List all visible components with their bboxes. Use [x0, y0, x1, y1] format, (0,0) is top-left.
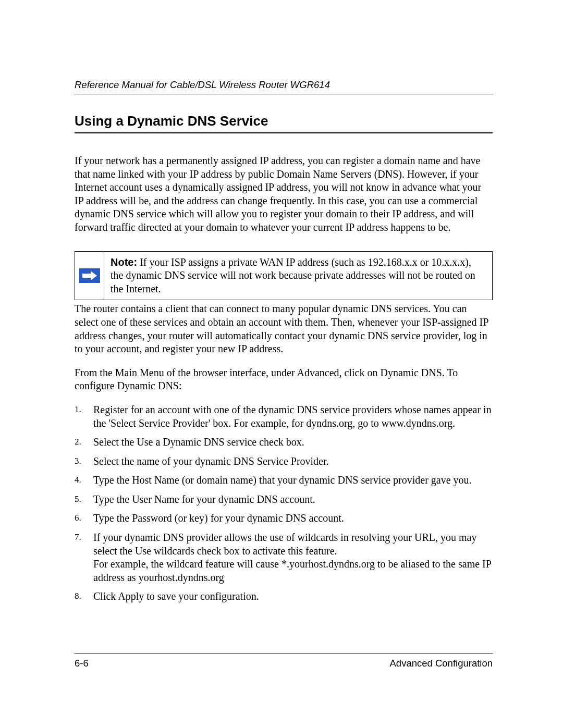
document-page: Reference Manual for Cable/DSL Wireless …	[0, 0, 563, 603]
paragraph-2: The router contains a client that can co…	[75, 302, 493, 355]
section-heading: Using a Dynamic DNS Service	[75, 113, 493, 133]
note-callout: Note: If your ISP assigns a private WAN …	[75, 251, 493, 301]
list-item: Type the Host Name (or domain name) that…	[75, 474, 493, 487]
list-item: Click Apply to save your configuration.	[75, 590, 493, 603]
note-text: Note: If your ISP assigns a private WAN …	[104, 252, 492, 300]
arrow-right-icon	[79, 268, 100, 283]
note-body: If your ISP assigns a private WAN IP add…	[111, 256, 475, 294]
page-footer: 6-6 Advanced Configuration	[75, 653, 493, 669]
steps-list: Register for an account with one of the …	[75, 403, 493, 603]
running-header: Reference Manual for Cable/DSL Wireless …	[75, 79, 493, 94]
intro-paragraph: If your network has a permanently assign…	[75, 154, 493, 235]
note-label: Note:	[111, 256, 137, 268]
list-item: Type the User Name for your dynamic DNS …	[75, 493, 493, 507]
list-item: Type the Password (or key) for your dyna…	[75, 512, 493, 525]
note-icon-cell	[75, 252, 104, 300]
page-number: 6-6	[75, 658, 89, 669]
chapter-name: Advanced Configuration	[390, 658, 493, 669]
list-item: Select the name of your dynamic DNS Serv…	[75, 455, 493, 468]
paragraph-3: From the Main Menu of the browser interf…	[75, 366, 493, 393]
list-item: If your dynamic DNS provider allows the …	[75, 531, 493, 584]
list-item: Select the Use a Dynamic DNS service che…	[75, 436, 493, 449]
list-item: Register for an account with one of the …	[75, 403, 493, 430]
